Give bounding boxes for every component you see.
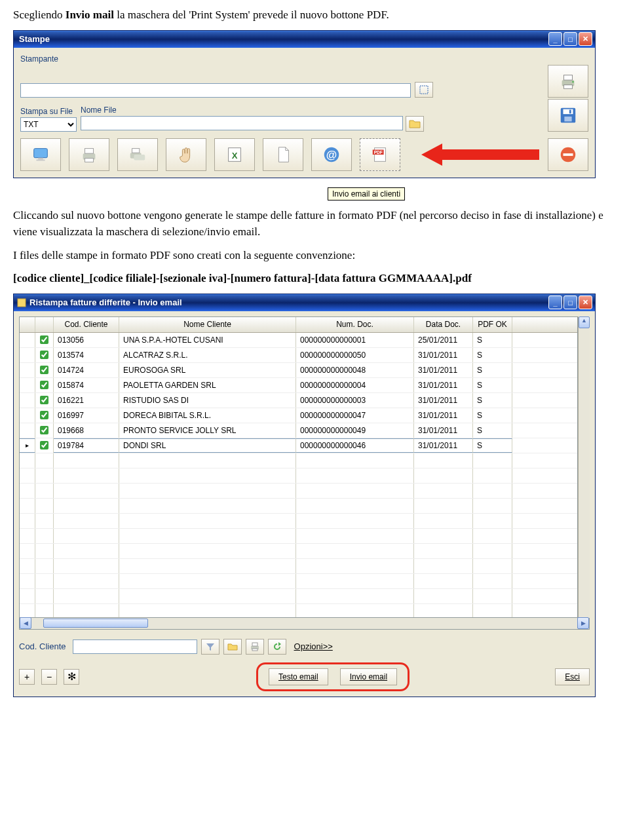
row-checkbox[interactable] — [40, 426, 48, 434]
refresh-button[interactable] — [268, 639, 286, 655]
table-row[interactable] — [20, 514, 577, 529]
table-row[interactable] — [20, 484, 577, 499]
row-checkbox[interactable] — [40, 381, 48, 389]
add-button[interactable]: + — [19, 669, 35, 685]
table-row[interactable]: 015874PAOLETTA GARDEN SRL000000000000004… — [20, 378, 577, 393]
table-row[interactable] — [20, 453, 577, 468]
row-checkbox[interactable] — [40, 396, 48, 404]
stampante-label: Stampante — [20, 54, 588, 64]
ristampa-window: Ristampa fatture differite - Invio email… — [13, 294, 596, 697]
svg-point-4 — [572, 81, 574, 83]
table-row[interactable]: 013574ALCATRAZ S.R.L.00000000000005031/0… — [20, 348, 577, 363]
cod-cliente-input[interactable] — [73, 640, 197, 654]
col-header[interactable]: Cod. Cliente — [54, 317, 119, 332]
window-title: Stampe — [16, 34, 548, 44]
svg-rect-27 — [563, 153, 573, 156]
maximize-button[interactable]: □ — [563, 32, 577, 46]
browse-folder-button[interactable] — [406, 116, 424, 132]
table-body[interactable]: 013056UNA S.P.A.-HOTEL CUSANI00000000000… — [20, 333, 577, 617]
table-row[interactable]: 016221RISTUDIO SAS DI00000000000000331/0… — [20, 393, 577, 408]
table-row[interactable]: ▸019784DONDI SRL00000000000004631/01/201… — [20, 438, 577, 453]
svg-rect-16 — [134, 155, 145, 160]
titlebar[interactable]: Stampe _ □ ✕ — [14, 31, 595, 48]
minimize-button[interactable]: _ — [548, 32, 562, 46]
svg-rect-28 — [18, 299, 26, 307]
cancel-button[interactable] — [548, 138, 588, 171]
email-button[interactable]: @ — [311, 138, 352, 171]
invio-email-button[interactable]: Invio email — [340, 668, 397, 685]
doc-paragraph: [codice cliente]_[codice filiale]-[sezio… — [13, 270, 616, 287]
svg-rect-30 — [252, 643, 257, 646]
svg-text:@: @ — [326, 148, 337, 161]
svg-rect-2 — [563, 75, 572, 80]
text-bold: Invio mail — [66, 9, 114, 21]
opzioni-link[interactable]: Opzioni>> — [294, 641, 333, 651]
pdf-button[interactable]: PDF — [360, 138, 400, 171]
table-row[interactable] — [20, 589, 577, 604]
svg-rect-7 — [564, 116, 571, 121]
remove-button[interactable]: − — [41, 669, 57, 685]
table-row[interactable] — [20, 574, 577, 589]
table-row[interactable] — [20, 544, 577, 559]
cod-cliente-label: Cod. Cliente — [19, 641, 66, 651]
printer-button[interactable] — [69, 138, 109, 171]
hand-button[interactable] — [166, 138, 206, 171]
table-header: Cod. Cliente Nome Cliente Num. Doc. Data… — [20, 317, 577, 333]
table-row[interactable]: 014724EUROSOGA SRL00000000000004831/01/2… — [20, 363, 577, 378]
text: la maschera del 'Print System' prevede i… — [114, 9, 389, 21]
print-button[interactable] — [548, 65, 588, 98]
table-row[interactable]: 016997DORECA BIBITAL S.R.L.0000000000000… — [20, 408, 577, 423]
table-row[interactable] — [20, 499, 577, 514]
vertical-scrollbar[interactable]: ▲ — [578, 316, 590, 618]
app-icon — [16, 297, 27, 308]
minimize-button[interactable]: _ — [548, 296, 562, 309]
save-button[interactable] — [548, 99, 588, 132]
svg-rect-10 — [38, 157, 43, 159]
table-row[interactable] — [20, 468, 577, 484]
all-button[interactable]: ✻ — [64, 669, 79, 685]
document-button[interactable] — [263, 138, 303, 171]
svg-rect-17 — [132, 148, 140, 153]
table-row[interactable]: 019668PRONTO SERVICE JOLLY SRL0000000000… — [20, 423, 577, 438]
col-header[interactable]: PDF OK — [473, 317, 512, 332]
table-row[interactable] — [20, 559, 577, 574]
text-bold: [codice cliente]_[codice filiale]-[sezio… — [13, 272, 472, 284]
close-button[interactable]: ✕ — [579, 32, 592, 46]
excel-button[interactable]: X — [214, 138, 255, 171]
row-checkbox[interactable] — [40, 411, 48, 419]
titlebar[interactable]: Ristampa fatture differite - Invio email… — [14, 294, 595, 311]
svg-text:PDF: PDF — [374, 150, 383, 155]
preview-button[interactable] — [20, 138, 61, 171]
row-checkbox[interactable] — [40, 351, 48, 359]
table-row[interactable]: 013056UNA S.P.A.-HOTEL CUSANI00000000000… — [20, 333, 577, 348]
select-printer-button[interactable] — [415, 82, 433, 98]
svg-text:X: X — [232, 150, 238, 160]
doc-paragraph: Scegliendo Invio mail la maschera del 'P… — [13, 7, 616, 24]
table-row[interactable] — [20, 529, 577, 544]
col-header[interactable]: Nome Cliente — [119, 317, 296, 332]
multi-printer-button[interactable] — [117, 138, 158, 171]
svg-rect-13 — [85, 148, 93, 153]
filter-button[interactable] — [201, 639, 219, 655]
testo-email-button[interactable]: Testo email — [269, 668, 328, 685]
row-checkbox[interactable] — [40, 366, 48, 374]
stampante-input[interactable] — [20, 83, 411, 98]
close-button[interactable]: ✕ — [579, 296, 592, 309]
print-button[interactable] — [246, 639, 264, 655]
maximize-button[interactable]: □ — [563, 296, 577, 309]
window-title: Ristampa fatture differite - Invio email — [27, 297, 548, 307]
stampa-su-file-select[interactable]: TXT — [20, 117, 77, 132]
row-checkbox[interactable] — [40, 335, 48, 344]
row-checkbox[interactable] — [40, 441, 48, 449]
col-header[interactable]: Data Doc. — [414, 317, 473, 332]
svg-rect-3 — [563, 85, 572, 88]
col-header[interactable]: Num. Doc. — [296, 317, 414, 332]
table-row[interactable] — [20, 604, 577, 617]
nome-file-input[interactable] — [81, 116, 403, 130]
folder-button[interactable] — [223, 639, 242, 655]
doc-paragraph: I files delle stampe in formato PDF sono… — [13, 247, 616, 264]
svg-rect-9 — [34, 148, 48, 157]
esci-button[interactable]: Esci — [555, 668, 590, 685]
horizontal-scrollbar[interactable]: ◀ ▶ — [19, 618, 590, 630]
red-arrow-icon — [421, 142, 539, 167]
